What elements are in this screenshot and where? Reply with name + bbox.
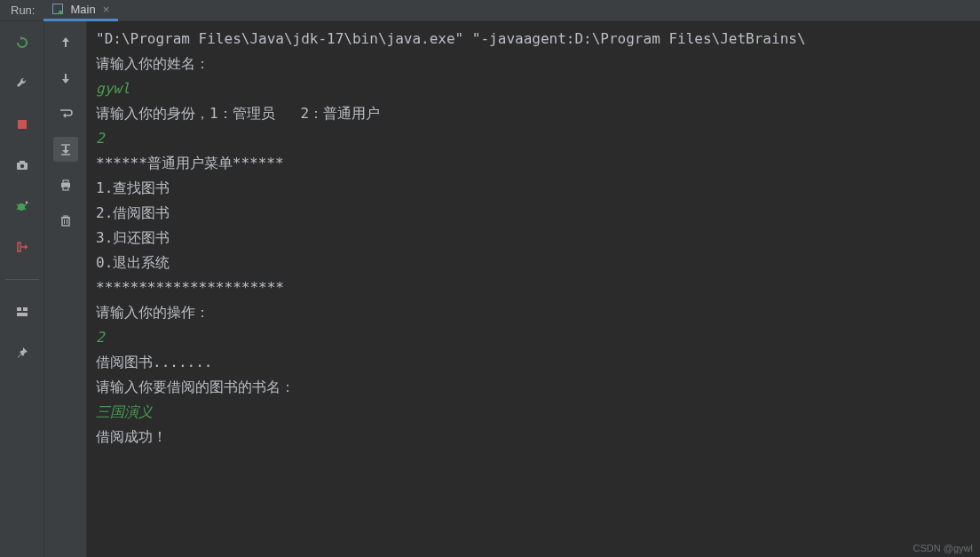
svg-point-5 (20, 164, 23, 168)
up-icon[interactable] (53, 30, 78, 55)
run-label: Run: (0, 4, 43, 17)
separator (5, 279, 39, 280)
console-toolbar (44, 21, 87, 557)
svg-rect-4 (20, 161, 25, 163)
console-output[interactable]: "D:\Program Files\Java\jdk-17\bin\java.e… (87, 21, 980, 557)
class-icon (51, 2, 65, 16)
watermark: CSDN @gywl (913, 543, 973, 553)
svg-rect-15 (17, 313, 28, 316)
console-output-line: 请输入你的操作： (96, 300, 973, 325)
print-icon[interactable] (53, 172, 78, 197)
svg-marker-2 (20, 36, 24, 40)
console-input-line: 2 (96, 126, 973, 151)
svg-line-8 (24, 204, 26, 206)
svg-marker-16 (62, 37, 69, 42)
svg-line-9 (17, 208, 19, 210)
svg-point-1 (59, 11, 62, 14)
svg-marker-19 (62, 150, 69, 154)
soft-wrap-icon[interactable] (53, 101, 78, 126)
trash-icon[interactable] (53, 208, 78, 233)
svg-rect-13 (17, 307, 21, 311)
camera-icon[interactable] (10, 153, 35, 178)
layout-icon[interactable] (10, 299, 35, 324)
rerun-icon[interactable] (10, 30, 35, 55)
console-output-line: 2.借阅图书 (96, 201, 973, 226)
svg-line-7 (17, 204, 19, 206)
console-output-line: 0.退出系统 (96, 251, 973, 275)
bug-replay-icon[interactable] (10, 194, 35, 219)
run-body: "D:\Program Files\Java\jdk-17\bin\java.e… (0, 21, 980, 557)
svg-marker-12 (25, 244, 28, 250)
svg-rect-22 (63, 187, 68, 190)
exit-icon[interactable] (10, 235, 35, 259)
console-output-line: 1.查找图书 (96, 176, 973, 201)
svg-rect-21 (63, 180, 68, 183)
console-output-line: 请输入你的身份，1：管理员 2：普通用户 (96, 101, 973, 126)
svg-marker-17 (62, 79, 69, 84)
pin-icon[interactable] (10, 340, 35, 365)
console-input-line: 三国演义 (96, 400, 973, 425)
console-output-line: ******普通用户菜单****** (96, 151, 973, 176)
svg-rect-23 (62, 218, 69, 226)
svg-marker-18 (63, 113, 66, 118)
down-icon[interactable] (53, 66, 78, 91)
wrench-icon[interactable] (10, 71, 35, 96)
console-output-line: "D:\Program Files\Java\jdk-17\bin\java.e… (96, 27, 973, 52)
console-input-line: gywl (96, 76, 973, 101)
svg-marker-11 (26, 201, 28, 204)
close-icon[interactable]: × (101, 3, 112, 16)
console-output-line: 借阅图书....... (96, 350, 973, 375)
svg-rect-14 (23, 307, 28, 311)
console-output-line: 借阅成功！ (96, 425, 973, 450)
run-tab-main[interactable]: Main × (43, 0, 118, 21)
run-toolbar-left (0, 21, 44, 557)
console-output-line: ********************** (96, 275, 973, 300)
stop-icon[interactable] (10, 112, 35, 137)
console-input-line: 2 (96, 325, 973, 350)
scroll-to-end-icon[interactable] (53, 137, 78, 162)
svg-point-6 (18, 203, 25, 211)
tab-title: Main (70, 3, 95, 16)
console-output-line: 请输入你要借阅的图书的书名： (96, 375, 973, 400)
run-tool-header: Run: Main × (0, 0, 980, 21)
console-output-line: 3.归还图书 (96, 226, 973, 251)
console-output-line: 请输入你的姓名： (96, 52, 973, 76)
svg-line-10 (24, 208, 26, 210)
